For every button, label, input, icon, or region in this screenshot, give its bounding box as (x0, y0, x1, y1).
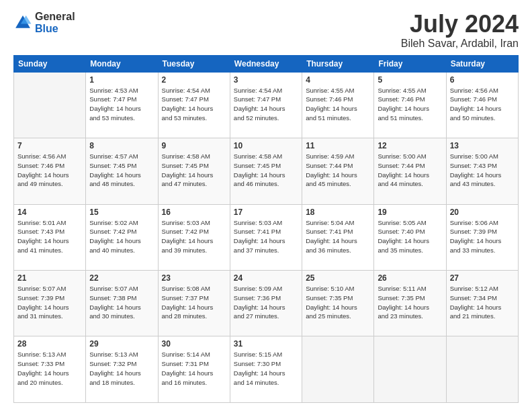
day-info: Sunrise: 5:11 AM Sunset: 7:35 PM Dayligh… (378, 284, 442, 321)
calendar-cell: 9Sunrise: 4:58 AM Sunset: 7:45 PM Daylig… (158, 138, 230, 204)
calendar-cell: 22Sunrise: 5:07 AM Sunset: 7:38 PM Dayli… (86, 271, 158, 336)
day-info: Sunrise: 4:55 AM Sunset: 7:46 PM Dayligh… (378, 86, 442, 123)
calendar-week-row: 21Sunrise: 5:07 AM Sunset: 7:39 PM Dayli… (14, 271, 519, 336)
logo-general-text: General (35, 11, 75, 23)
day-info: Sunrise: 5:00 AM Sunset: 7:44 PM Dayligh… (378, 152, 442, 189)
day-number: 1 (89, 75, 154, 85)
day-info: Sunrise: 4:58 AM Sunset: 7:45 PM Dayligh… (162, 152, 226, 189)
day-number: 10 (234, 141, 298, 150)
calendar-cell: 8Sunrise: 4:57 AM Sunset: 7:45 PM Daylig… (86, 138, 158, 204)
day-info: Sunrise: 5:14 AM Sunset: 7:31 PM Dayligh… (162, 350, 226, 387)
calendar-cell: 15Sunrise: 5:02 AM Sunset: 7:42 PM Dayli… (86, 204, 158, 270)
calendar-cell: 29Sunrise: 5:13 AM Sunset: 7:32 PM Dayli… (86, 336, 158, 403)
header: General Blue July 2024 Bileh Savar, Arda… (13, 11, 519, 50)
calendar-cell: 10Sunrise: 4:58 AM Sunset: 7:45 PM Dayli… (230, 138, 302, 204)
calendar-cell: 6Sunrise: 4:56 AM Sunset: 7:46 PM Daylig… (446, 72, 518, 138)
day-number: 6 (450, 75, 515, 85)
page: General Blue July 2024 Bileh Savar, Arda… (0, 0, 532, 411)
location-title: Bileh Savar, Ardabil, Iran (401, 38, 519, 50)
day-info: Sunrise: 4:54 AM Sunset: 7:47 PM Dayligh… (162, 86, 226, 123)
calendar-cell (14, 72, 86, 138)
title-section: July 2024 Bileh Savar, Ardabil, Iran (401, 11, 519, 50)
calendar-cell: 11Sunrise: 4:59 AM Sunset: 7:44 PM Dayli… (302, 138, 374, 204)
day-info: Sunrise: 4:58 AM Sunset: 7:45 PM Dayligh… (234, 152, 298, 189)
calendar-cell: 5Sunrise: 4:55 AM Sunset: 7:46 PM Daylig… (374, 72, 446, 138)
calendar-cell: 31Sunrise: 5:15 AM Sunset: 7:30 PM Dayli… (230, 336, 302, 403)
logo-blue-text: Blue (35, 23, 75, 35)
day-info: Sunrise: 5:06 AM Sunset: 7:39 PM Dayligh… (450, 218, 515, 255)
calendar-cell: 16Sunrise: 5:03 AM Sunset: 7:42 PM Dayli… (158, 204, 230, 270)
day-number: 21 (17, 273, 82, 283)
weekday-header-row: SundayMondayTuesdayWednesdayThursdayFrid… (14, 55, 519, 72)
day-number: 15 (89, 208, 154, 217)
calendar-cell: 20Sunrise: 5:06 AM Sunset: 7:39 PM Dayli… (446, 204, 518, 270)
calendar-week-row: 7Sunrise: 4:56 AM Sunset: 7:46 PM Daylig… (14, 138, 519, 204)
calendar-cell: 21Sunrise: 5:07 AM Sunset: 7:39 PM Dayli… (14, 271, 86, 336)
day-number: 17 (234, 208, 298, 217)
day-info: Sunrise: 5:05 AM Sunset: 7:40 PM Dayligh… (378, 218, 442, 255)
day-info: Sunrise: 5:03 AM Sunset: 7:41 PM Dayligh… (234, 218, 298, 255)
weekday-header-saturday: Saturday (446, 55, 518, 72)
day-number: 28 (17, 339, 82, 349)
day-number: 18 (306, 208, 370, 217)
day-info: Sunrise: 5:00 AM Sunset: 7:43 PM Dayligh… (450, 152, 515, 189)
day-info: Sunrise: 5:03 AM Sunset: 7:42 PM Dayligh… (162, 218, 226, 255)
calendar-cell: 14Sunrise: 5:01 AM Sunset: 7:43 PM Dayli… (14, 204, 86, 270)
calendar-cell: 27Sunrise: 5:12 AM Sunset: 7:34 PM Dayli… (446, 271, 518, 336)
day-number: 22 (89, 273, 154, 283)
calendar-cell (302, 336, 374, 403)
day-info: Sunrise: 4:56 AM Sunset: 7:46 PM Dayligh… (450, 86, 515, 123)
day-number: 13 (450, 141, 515, 150)
day-info: Sunrise: 5:04 AM Sunset: 7:41 PM Dayligh… (306, 218, 370, 255)
day-number: 31 (234, 339, 298, 349)
day-number: 30 (162, 339, 226, 349)
day-number: 12 (378, 141, 442, 150)
day-number: 8 (89, 141, 154, 150)
month-title: July 2024 (401, 11, 519, 38)
day-info: Sunrise: 4:53 AM Sunset: 7:47 PM Dayligh… (89, 86, 154, 123)
day-info: Sunrise: 4:59 AM Sunset: 7:44 PM Dayligh… (306, 152, 370, 189)
day-info: Sunrise: 4:57 AM Sunset: 7:45 PM Dayligh… (89, 152, 154, 189)
logo-icon (13, 13, 32, 32)
calendar-cell: 4Sunrise: 4:55 AM Sunset: 7:46 PM Daylig… (302, 72, 374, 138)
calendar-cell: 7Sunrise: 4:56 AM Sunset: 7:46 PM Daylig… (14, 138, 86, 204)
day-info: Sunrise: 5:13 AM Sunset: 7:33 PM Dayligh… (17, 350, 82, 387)
calendar-cell: 1Sunrise: 4:53 AM Sunset: 7:47 PM Daylig… (86, 72, 158, 138)
calendar-cell: 25Sunrise: 5:10 AM Sunset: 7:35 PM Dayli… (302, 271, 374, 336)
day-number: 23 (162, 273, 226, 283)
calendar-week-row: 14Sunrise: 5:01 AM Sunset: 7:43 PM Dayli… (14, 204, 519, 270)
day-number: 20 (450, 208, 515, 217)
day-info: Sunrise: 5:10 AM Sunset: 7:35 PM Dayligh… (306, 284, 370, 321)
calendar-cell: 18Sunrise: 5:04 AM Sunset: 7:41 PM Dayli… (302, 204, 374, 270)
day-number: 25 (306, 273, 370, 283)
logo-text: General Blue (35, 11, 75, 34)
day-info: Sunrise: 4:56 AM Sunset: 7:46 PM Dayligh… (17, 152, 82, 189)
day-number: 14 (17, 208, 82, 217)
day-info: Sunrise: 5:15 AM Sunset: 7:30 PM Dayligh… (234, 350, 298, 387)
day-number: 27 (450, 273, 515, 283)
weekday-header-wednesday: Wednesday (230, 55, 302, 72)
day-number: 3 (234, 75, 298, 85)
weekday-header-tuesday: Tuesday (158, 55, 230, 72)
day-number: 24 (234, 273, 298, 283)
calendar-cell: 26Sunrise: 5:11 AM Sunset: 7:35 PM Dayli… (374, 271, 446, 336)
weekday-header-monday: Monday (86, 55, 158, 72)
calendar-cell: 2Sunrise: 4:54 AM Sunset: 7:47 PM Daylig… (158, 72, 230, 138)
calendar-cell (374, 336, 446, 403)
calendar-week-row: 1Sunrise: 4:53 AM Sunset: 7:47 PM Daylig… (14, 72, 519, 138)
day-number: 4 (306, 75, 370, 85)
calendar-cell: 12Sunrise: 5:00 AM Sunset: 7:44 PM Dayli… (374, 138, 446, 204)
day-info: Sunrise: 5:12 AM Sunset: 7:34 PM Dayligh… (450, 284, 515, 321)
day-number: 19 (378, 208, 442, 217)
day-number: 29 (89, 339, 154, 349)
day-number: 7 (17, 141, 82, 150)
day-number: 5 (378, 75, 442, 85)
day-number: 26 (378, 273, 442, 283)
day-info: Sunrise: 5:08 AM Sunset: 7:37 PM Dayligh… (162, 284, 226, 321)
calendar-cell: 19Sunrise: 5:05 AM Sunset: 7:40 PM Dayli… (374, 204, 446, 270)
day-info: Sunrise: 5:01 AM Sunset: 7:43 PM Dayligh… (17, 218, 82, 255)
calendar-cell: 23Sunrise: 5:08 AM Sunset: 7:37 PM Dayli… (158, 271, 230, 336)
calendar-table: SundayMondayTuesdayWednesdayThursdayFrid… (13, 55, 519, 403)
weekday-header-thursday: Thursday (302, 55, 374, 72)
day-info: Sunrise: 5:07 AM Sunset: 7:39 PM Dayligh… (17, 284, 82, 321)
